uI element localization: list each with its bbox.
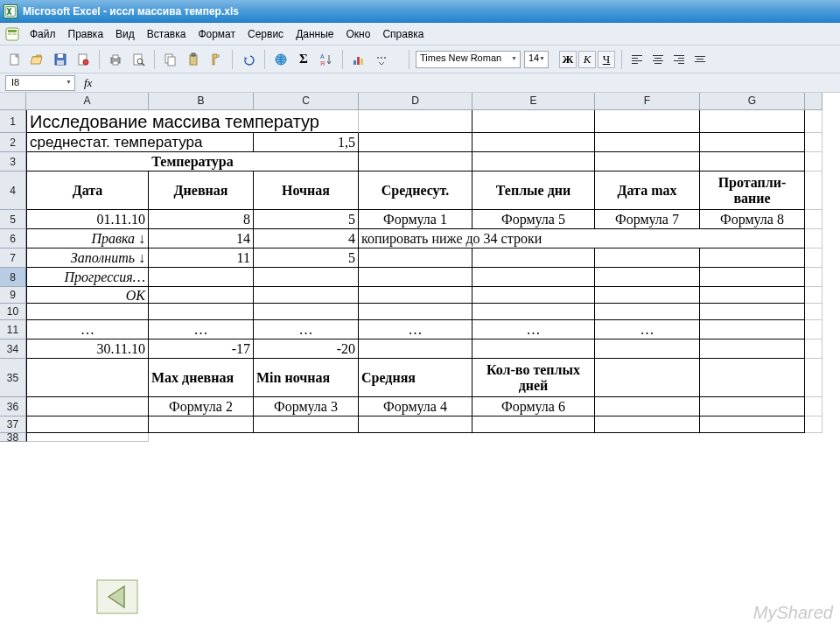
cell-A1[interactable]: Исследование массива температур — [26, 110, 359, 133]
cell-B5[interactable]: 8 — [149, 210, 254, 229]
cell-F36[interactable] — [595, 397, 700, 416]
cell-H37[interactable] — [805, 416, 822, 433]
sort-asc-icon[interactable]: АЯ — [317, 50, 336, 69]
cell-A35[interactable] — [26, 359, 149, 397]
new-icon[interactable] — [5, 50, 24, 69]
rowhead-7[interactable]: 7 — [0, 248, 26, 268]
cell-D11[interactable]: … — [359, 320, 472, 340]
print-icon[interactable] — [106, 50, 125, 69]
cell-F9[interactable] — [595, 287, 700, 304]
cell-B34[interactable]: -17 — [149, 340, 254, 359]
cell-A11[interactable]: … — [26, 320, 149, 340]
menu-data[interactable]: Данные — [290, 25, 339, 43]
autosum-icon[interactable]: Σ — [294, 50, 313, 69]
cell-C6[interactable]: 4 — [254, 229, 359, 248]
cell-D5[interactable]: Формула 1 — [359, 210, 472, 229]
cell-G4[interactable]: Протапли- вание — [700, 172, 805, 210]
cell-G37[interactable] — [700, 416, 805, 433]
cell-A38[interactable] — [26, 433, 149, 442]
colhead-G[interactable]: G — [700, 93, 805, 110]
cell-B9[interactable] — [149, 287, 254, 304]
toolbar-options-icon[interactable] — [372, 50, 391, 69]
colhead-C[interactable]: C — [254, 93, 359, 110]
cell-D34[interactable] — [359, 340, 472, 359]
cell-B4[interactable]: Дневная — [149, 172, 254, 210]
menu-file[interactable]: Файл — [24, 25, 61, 43]
colhead-F[interactable]: F — [595, 93, 700, 110]
cell-F34[interactable] — [595, 340, 700, 359]
print-preview-icon[interactable] — [129, 50, 148, 69]
cell-B8[interactable] — [149, 268, 254, 287]
cell-A8[interactable]: Прогрессия… — [26, 268, 149, 287]
colhead-D[interactable]: D — [359, 93, 472, 110]
cell-H6[interactable] — [805, 229, 822, 248]
cell-F11[interactable]: … — [595, 320, 700, 340]
cell-E34[interactable] — [472, 340, 595, 359]
cell-H2[interactable] — [805, 133, 822, 152]
cell-C4[interactable]: Ночная — [254, 172, 359, 210]
cell-D36[interactable]: Формула 4 — [359, 397, 472, 416]
cell-D6[interactable]: копировать ниже до 34 строки — [359, 229, 805, 248]
cell-E9[interactable] — [472, 287, 595, 304]
rowhead-35[interactable]: 35 — [0, 359, 26, 397]
rowhead-38[interactable]: 38 — [0, 433, 26, 442]
cell-A7[interactable]: Заполнить ↓ — [26, 248, 149, 268]
cell-E5[interactable]: Формула 5 — [472, 210, 595, 229]
colhead-rest[interactable] — [805, 93, 822, 110]
align-left-icon[interactable] — [628, 51, 646, 68]
rowhead-4[interactable]: 4 — [0, 172, 26, 210]
cell-G3[interactable] — [700, 152, 805, 172]
cell-H36[interactable] — [805, 397, 822, 416]
cell-H10[interactable] — [805, 304, 822, 320]
cell-G1[interactable] — [700, 110, 805, 133]
cell-D8[interactable] — [359, 268, 472, 287]
cell-H5[interactable] — [805, 210, 822, 229]
name-box[interactable]: I8 — [5, 75, 75, 91]
cell-H9[interactable] — [805, 287, 822, 304]
rowhead-34[interactable]: 34 — [0, 340, 26, 359]
cell-A34[interactable]: 30.11.10 — [26, 340, 149, 359]
cell-D4[interactable]: Среднесут. — [359, 172, 472, 210]
cell-F35[interactable] — [595, 359, 700, 397]
rowhead-3[interactable]: 3 — [0, 152, 26, 172]
menu-help[interactable]: Справка — [377, 25, 429, 43]
cell-H34[interactable] — [805, 340, 822, 359]
cell-B11[interactable]: … — [149, 320, 254, 340]
cell-C37[interactable] — [254, 416, 359, 433]
cell-B35[interactable]: Max дневная — [149, 359, 254, 397]
permission-icon[interactable] — [74, 50, 93, 69]
rowhead-10[interactable]: 10 — [0, 304, 26, 320]
cell-G2[interactable] — [700, 133, 805, 152]
cell-G11[interactable] — [700, 320, 805, 340]
rowhead-36[interactable]: 36 — [0, 397, 26, 416]
menu-service[interactable]: Сервис — [242, 25, 289, 43]
cell-B10[interactable] — [149, 304, 254, 320]
menu-insert[interactable]: Вставка — [142, 25, 192, 43]
cell-D37[interactable] — [359, 416, 472, 433]
cell-C5[interactable]: 5 — [254, 210, 359, 229]
rowhead-9[interactable]: 9 — [0, 287, 26, 304]
menu-format[interactable]: Формат — [192, 25, 241, 43]
cell-G34[interactable] — [700, 340, 805, 359]
cell-H11[interactable] — [805, 320, 822, 340]
cell-F3[interactable] — [595, 152, 700, 172]
cell-F10[interactable] — [595, 304, 700, 320]
bold-button[interactable]: Ж — [559, 51, 577, 68]
cell-A37[interactable] — [26, 416, 149, 433]
fx-icon[interactable]: fx — [84, 76, 92, 90]
merge-center-icon[interactable] — [691, 51, 709, 68]
cell-H35[interactable] — [805, 359, 822, 397]
colhead-E[interactable]: E — [472, 93, 595, 110]
menu-view[interactable]: Вид — [110, 25, 140, 43]
cell-D3[interactable] — [359, 152, 472, 172]
cell-C11[interactable]: … — [254, 320, 359, 340]
cell-F8[interactable] — [595, 268, 700, 287]
cell-F2[interactable] — [595, 133, 700, 152]
colhead-B[interactable]: B — [149, 93, 254, 110]
cell-H3[interactable] — [805, 152, 822, 172]
open-icon[interactable] — [28, 50, 47, 69]
cell-E37[interactable] — [472, 416, 595, 433]
chart-icon[interactable] — [349, 50, 368, 69]
prev-slide-button[interactable] — [96, 579, 138, 616]
cell-B36[interactable]: Формула 2 — [149, 397, 254, 416]
